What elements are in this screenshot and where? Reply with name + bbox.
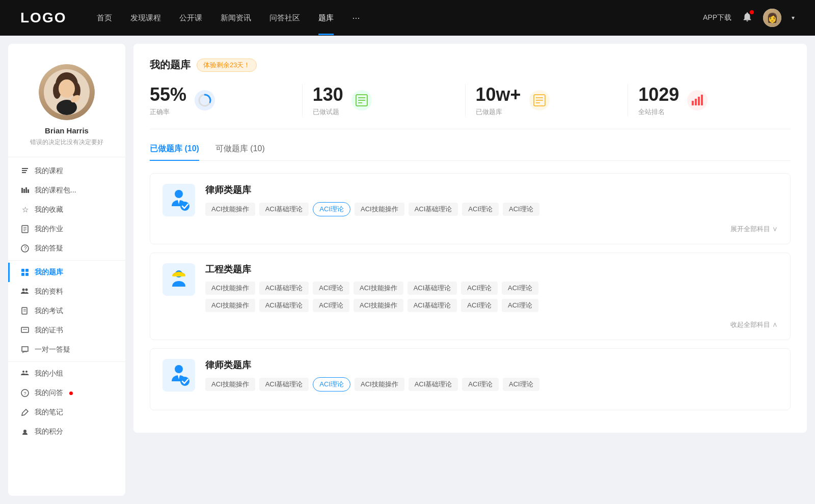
- sidebar-item-my-notes[interactable]: 我的笔记: [8, 403, 125, 422]
- sidebar-item-my-courses[interactable]: 我的课程: [8, 161, 125, 181]
- qa-icon: ?: [20, 244, 30, 253]
- tag-eng-3[interactable]: ACI理论: [313, 282, 349, 295]
- sidebar-item-my-cert[interactable]: 我的证书: [8, 321, 125, 340]
- stat-rank-label: 全站排名: [638, 107, 679, 117]
- expand-link-lawyer-1[interactable]: 展开全部科目 ∨: [162, 225, 778, 234]
- tag-lawyer1-4[interactable]: ACI技能操作: [355, 203, 404, 216]
- sidebar-item-one-on-one[interactable]: 一对一答疑: [8, 340, 125, 359]
- tag-lawyer2-1[interactable]: ACI技能操作: [205, 378, 255, 391]
- qbank-title-lawyer-2: 律师类题库: [205, 359, 778, 371]
- sidebar-item-my-packages[interactable]: 我的课程包...: [8, 181, 125, 200]
- qbank-title-lawyer-1: 律师类题库: [205, 184, 778, 196]
- collapse-link-engineer[interactable]: 收起全部科目 ∧: [162, 320, 778, 329]
- notes-label: 我的笔记: [35, 408, 63, 417]
- sidebar-item-my-homework[interactable]: 我的作业: [8, 219, 125, 239]
- sidebar-item-my-bank[interactable]: 我的题库: [8, 263, 125, 282]
- notification-bell[interactable]: [742, 11, 753, 24]
- tag-eng-r2-5[interactable]: ACI基础理论: [408, 299, 457, 312]
- profile-motto: 错误的决定比没有决定要好: [30, 138, 103, 147]
- svg-rect-21: [25, 269, 29, 272]
- packages-icon: [20, 186, 30, 195]
- stat-done-banks-value: 10w+: [476, 84, 521, 105]
- nav-menu: 首页 发现课程 公开课 新闻资讯 问答社区 题库 ···: [97, 13, 703, 23]
- profile-avatar: [39, 64, 95, 120]
- sidebar-item-my-points[interactable]: 我的积分: [8, 422, 125, 441]
- tag-eng-r2-1[interactable]: ACI技能操作: [205, 299, 255, 312]
- notes-icon: [20, 408, 30, 417]
- sidebar-item-my-info[interactable]: 我的资料: [8, 282, 125, 301]
- stat-accuracy-label: 正确率: [150, 107, 186, 117]
- tag-eng-r2-4[interactable]: ACI技能操作: [354, 299, 403, 312]
- tab-available-banks[interactable]: 可做题库 (10): [215, 144, 265, 160]
- tag-eng-4[interactable]: ACI技能操作: [354, 282, 403, 295]
- tag-lawyer1-7[interactable]: ACI理论: [503, 203, 539, 216]
- stat-done-questions-icon: [351, 90, 372, 110]
- tag-lawyer1-6[interactable]: ACI理论: [462, 203, 499, 216]
- stat-rank-icon: [687, 90, 708, 110]
- bank-icon: [20, 268, 30, 277]
- nav-news[interactable]: 新闻资讯: [221, 13, 251, 23]
- profile-name: Brian Harris: [45, 126, 89, 135]
- svg-rect-29: [21, 327, 29, 332]
- stat-done-questions-content: 130 已做试题: [313, 84, 343, 117]
- packages-label: 我的课程包...: [35, 186, 76, 195]
- tag-lawyer2-5[interactable]: ACI基础理论: [409, 378, 458, 391]
- user-avatar[interactable]: 👩: [763, 9, 781, 27]
- qbank-section-engineer: 工程类题库 ACI技能操作 ACI基础理论 ACI理论 ACI技能操作 ACI基…: [150, 253, 791, 340]
- tag-lawyer2-3[interactable]: ACI理论: [313, 377, 350, 391]
- nav-bank[interactable]: 题库: [318, 13, 334, 23]
- sidebar-item-my-group[interactable]: 我的小组: [8, 364, 125, 383]
- tag-lawyer2-7[interactable]: ACI理论: [503, 378, 539, 391]
- qbank-title-engineer: 工程类题库: [205, 263, 778, 275]
- tag-eng-7[interactable]: ACI理论: [502, 282, 538, 295]
- svg-point-55: [175, 365, 183, 373]
- stat-accuracy-icon: [195, 90, 215, 110]
- answers-label: 我的问答: [35, 388, 63, 398]
- tag-lawyer2-6[interactable]: ACI理论: [462, 378, 499, 391]
- avatar-placeholder: [39, 64, 95, 120]
- nav-discover[interactable]: 发现课程: [130, 13, 161, 23]
- svg-point-50: [175, 190, 183, 198]
- svg-rect-49: [701, 95, 703, 105]
- tag-eng-2[interactable]: ACI基础理论: [259, 282, 309, 295]
- tag-lawyer1-1[interactable]: ACI技能操作: [205, 203, 255, 216]
- app-download-button[interactable]: APP下载: [703, 13, 731, 22]
- menu-divider-1: [8, 260, 125, 261]
- main-layout: Brian Harris 错误的决定比没有决定要好 我的课程 我的课程包... …: [0, 36, 815, 504]
- chat-icon: [20, 345, 30, 354]
- qbank-icon-lawyer-1: [162, 184, 195, 216]
- sidebar-item-my-qa[interactable]: ? 我的答疑: [8, 239, 125, 258]
- svg-rect-8: [22, 170, 27, 171]
- nav-qa[interactable]: 问答社区: [269, 13, 300, 23]
- nav-opencourse[interactable]: 公开课: [179, 13, 202, 23]
- favorites-icon: ☆: [20, 205, 30, 214]
- tag-eng-6[interactable]: ACI理论: [461, 282, 498, 295]
- tag-lawyer2-2[interactable]: ACI基础理论: [259, 378, 309, 391]
- stat-done-questions-value: 130: [313, 84, 343, 105]
- tag-eng-r2-6[interactable]: ACI理论: [461, 299, 498, 312]
- nav-more[interactable]: ···: [352, 13, 360, 23]
- tag-lawyer1-3[interactable]: ACI理论: [313, 202, 350, 216]
- stat-done-questions: 130 已做试题: [303, 84, 466, 117]
- tag-lawyer1-5[interactable]: ACI基础理论: [409, 203, 458, 216]
- sidebar-item-my-answers[interactable]: ? 我的问答: [8, 383, 125, 403]
- tag-lawyer2-4[interactable]: ACI技能操作: [355, 378, 404, 391]
- user-menu-chevron[interactable]: ▾: [792, 14, 795, 21]
- tag-lawyer1-2[interactable]: ACI基础理论: [259, 203, 309, 216]
- nav-home[interactable]: 首页: [97, 13, 112, 23]
- sidebar-item-my-favorites[interactable]: ☆ 我的收藏: [8, 200, 125, 219]
- tag-eng-1[interactable]: ACI技能操作: [205, 282, 255, 295]
- qbank-info-lawyer-1: 律师类题库 ACI技能操作 ACI基础理论 ACI理论 ACI技能操作 ACI基…: [205, 184, 778, 216]
- svg-rect-20: [21, 269, 24, 272]
- tag-eng-r2-3[interactable]: ACI理论: [313, 299, 349, 312]
- qbank-header-lawyer-2: 律师类题库 ACI技能操作 ACI基础理论 ACI理论 ACI技能操作 ACI基…: [162, 359, 778, 391]
- tag-eng-r2-7[interactable]: ACI理论: [502, 299, 538, 312]
- tab-done-banks[interactable]: 已做题库 (10): [150, 144, 199, 160]
- avatar-image: 👩: [763, 9, 781, 27]
- answers-icon: ?: [20, 388, 30, 398]
- exam-label: 我的考试: [35, 306, 63, 316]
- tag-eng-5[interactable]: ACI基础理论: [408, 282, 457, 295]
- sidebar-item-my-exam[interactable]: 我的考试: [8, 301, 125, 321]
- notification-dot: [750, 10, 754, 14]
- tag-eng-r2-2[interactable]: ACI基础理论: [259, 299, 309, 312]
